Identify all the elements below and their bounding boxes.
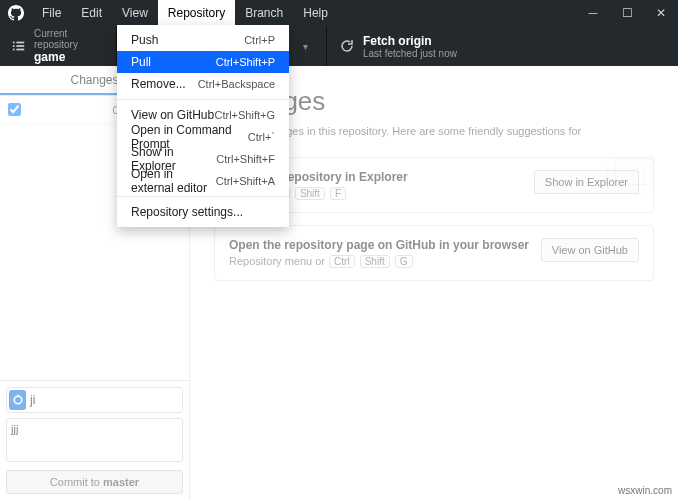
modal-overlay: [0, 66, 678, 500]
current-repository-selector[interactable]: Current repository game: [0, 26, 117, 66]
app-logo: [6, 3, 26, 23]
maximize-button[interactable]: ☐: [610, 0, 644, 26]
svg-rect-3: [16, 42, 24, 44]
menu-separator: [117, 196, 289, 197]
menu-item-remove[interactable]: Remove...Ctrl+Backspace: [117, 73, 289, 95]
minimize-button[interactable]: ─: [576, 0, 610, 26]
fetch-subtitle: Last fetched just now: [363, 48, 457, 59]
repo-name: game: [34, 50, 104, 64]
repo-label: Current repository: [34, 28, 104, 50]
menu-branch[interactable]: Branch: [235, 0, 293, 26]
svg-rect-4: [16, 45, 24, 47]
menu-bar: FileEditViewRepositoryBranchHelp ─ ☐ ✕: [0, 0, 678, 26]
fetch-title: Fetch origin: [363, 34, 457, 48]
toolbar: Current repository game ▾ Fetch origin L…: [0, 26, 678, 66]
menu-repository[interactable]: Repository: [158, 0, 235, 26]
menu-item-pull[interactable]: PullCtrl+Shift+P: [117, 51, 289, 73]
watermark: wsxwin.com: [618, 485, 672, 496]
menu-separator: [117, 99, 289, 100]
menu-edit[interactable]: Edit: [71, 0, 112, 26]
menu-help[interactable]: Help: [293, 0, 338, 26]
menu-item-repository-settings[interactable]: Repository settings...: [117, 201, 289, 223]
repository-menu-dropdown: PushCtrl+PPullCtrl+Shift+PRemove...Ctrl+…: [117, 25, 289, 227]
menu-item-push[interactable]: PushCtrl+P: [117, 29, 289, 51]
svg-rect-1: [13, 45, 15, 47]
menu-item-open-in-external-editor[interactable]: Open in external editorCtrl+Shift+A: [117, 170, 289, 192]
menu-file[interactable]: File: [32, 0, 71, 26]
window-controls: ─ ☐ ✕: [576, 0, 678, 26]
close-button[interactable]: ✕: [644, 0, 678, 26]
svg-rect-0: [13, 42, 15, 44]
chevron-down-icon: ▾: [303, 41, 308, 52]
menu-view[interactable]: View: [112, 0, 158, 26]
fetch-origin-button[interactable]: Fetch origin Last fetched just now: [327, 26, 678, 66]
svg-rect-2: [13, 49, 15, 51]
svg-rect-5: [16, 49, 24, 51]
